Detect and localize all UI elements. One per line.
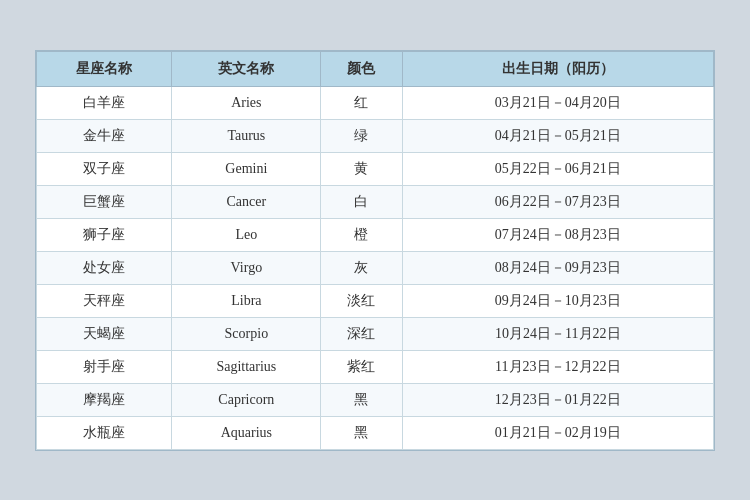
cell-chinese: 巨蟹座 (37, 185, 172, 218)
table-row: 狮子座Leo橙07月24日－08月23日 (37, 218, 714, 251)
zodiac-table: 星座名称 英文名称 颜色 出生日期（阳历） 白羊座Aries红03月21日－04… (36, 51, 714, 450)
table-row: 金牛座Taurus绿04月21日－05月21日 (37, 119, 714, 152)
table-row: 摩羯座Capricorn黑12月23日－01月22日 (37, 383, 714, 416)
cell-english: Aries (172, 86, 321, 119)
table-row: 射手座Sagittarius紫红11月23日－12月22日 (37, 350, 714, 383)
cell-date: 05月22日－06月21日 (402, 152, 713, 185)
cell-color: 淡红 (321, 284, 402, 317)
cell-chinese: 双子座 (37, 152, 172, 185)
cell-date: 08月24日－09月23日 (402, 251, 713, 284)
cell-color: 深红 (321, 317, 402, 350)
cell-color: 黑 (321, 416, 402, 449)
cell-date: 06月22日－07月23日 (402, 185, 713, 218)
cell-chinese: 白羊座 (37, 86, 172, 119)
cell-chinese: 处女座 (37, 251, 172, 284)
cell-date: 11月23日－12月22日 (402, 350, 713, 383)
header-date: 出生日期（阳历） (402, 51, 713, 86)
cell-english: Libra (172, 284, 321, 317)
cell-english: Capricorn (172, 383, 321, 416)
cell-chinese: 摩羯座 (37, 383, 172, 416)
cell-chinese: 水瓶座 (37, 416, 172, 449)
cell-english: Leo (172, 218, 321, 251)
cell-color: 黑 (321, 383, 402, 416)
header-chinese: 星座名称 (37, 51, 172, 86)
table-row: 天秤座Libra淡红09月24日－10月23日 (37, 284, 714, 317)
table-row: 巨蟹座Cancer白06月22日－07月23日 (37, 185, 714, 218)
cell-chinese: 天秤座 (37, 284, 172, 317)
cell-color: 白 (321, 185, 402, 218)
cell-color: 绿 (321, 119, 402, 152)
header-english: 英文名称 (172, 51, 321, 86)
cell-chinese: 金牛座 (37, 119, 172, 152)
cell-date: 10月24日－11月22日 (402, 317, 713, 350)
table-row: 处女座Virgo灰08月24日－09月23日 (37, 251, 714, 284)
table-header-row: 星座名称 英文名称 颜色 出生日期（阳历） (37, 51, 714, 86)
table-row: 白羊座Aries红03月21日－04月20日 (37, 86, 714, 119)
cell-color: 橙 (321, 218, 402, 251)
cell-english: Gemini (172, 152, 321, 185)
cell-english: Cancer (172, 185, 321, 218)
cell-color: 黄 (321, 152, 402, 185)
cell-date: 01月21日－02月19日 (402, 416, 713, 449)
cell-color: 灰 (321, 251, 402, 284)
cell-english: Aquarius (172, 416, 321, 449)
cell-english: Taurus (172, 119, 321, 152)
cell-chinese: 射手座 (37, 350, 172, 383)
cell-chinese: 狮子座 (37, 218, 172, 251)
cell-chinese: 天蝎座 (37, 317, 172, 350)
cell-english: Virgo (172, 251, 321, 284)
table-row: 水瓶座Aquarius黑01月21日－02月19日 (37, 416, 714, 449)
table-row: 天蝎座Scorpio深红10月24日－11月22日 (37, 317, 714, 350)
cell-color: 红 (321, 86, 402, 119)
cell-color: 紫红 (321, 350, 402, 383)
cell-english: Sagittarius (172, 350, 321, 383)
header-color: 颜色 (321, 51, 402, 86)
cell-date: 04月21日－05月21日 (402, 119, 713, 152)
zodiac-table-container: 星座名称 英文名称 颜色 出生日期（阳历） 白羊座Aries红03月21日－04… (35, 50, 715, 451)
cell-date: 07月24日－08月23日 (402, 218, 713, 251)
cell-date: 12月23日－01月22日 (402, 383, 713, 416)
cell-english: Scorpio (172, 317, 321, 350)
cell-date: 03月21日－04月20日 (402, 86, 713, 119)
cell-date: 09月24日－10月23日 (402, 284, 713, 317)
table-row: 双子座Gemini黄05月22日－06月21日 (37, 152, 714, 185)
